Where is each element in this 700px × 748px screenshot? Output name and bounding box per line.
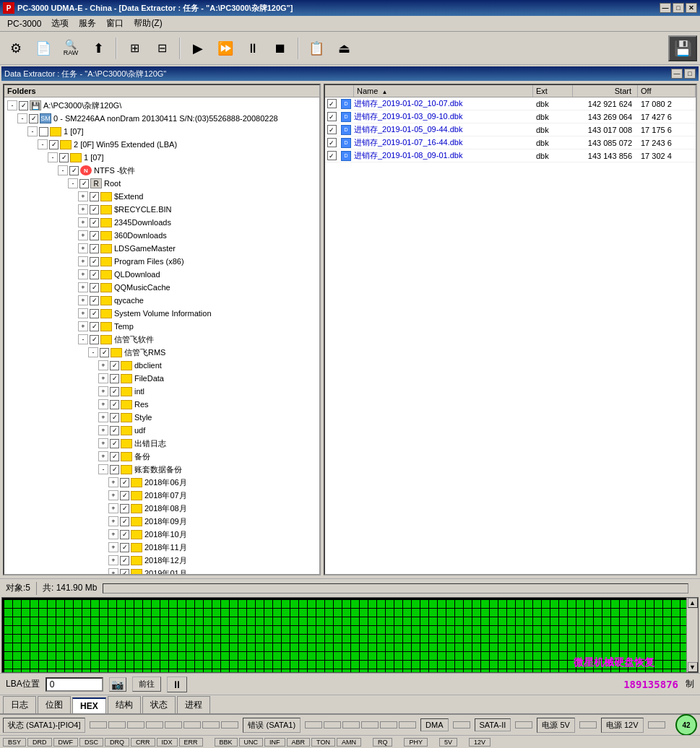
tab-位图[interactable]: 位图 (38, 696, 71, 713)
tab-结构[interactable]: 结构 (108, 696, 141, 713)
tree-checkbox[interactable] (120, 543, 129, 552)
tree-item[interactable]: +dbclient (6, 359, 318, 372)
tree-checkbox[interactable] (79, 179, 89, 188)
tree-checkbox[interactable] (110, 400, 119, 409)
expand-btn[interactable]: + (78, 243, 88, 253)
tree-checkbox[interactable] (90, 244, 99, 253)
toolbar-forward-btn[interactable]: ⏩ (212, 35, 238, 61)
tree-checkbox[interactable] (120, 569, 129, 575)
tree-checkbox[interactable] (90, 296, 99, 305)
tab-日志[interactable]: 日志 (3, 696, 36, 713)
file-row[interactable]: D进销存_2019-01-02_10-07.dbkdbk142 921 6241… (325, 97, 696, 110)
tree-checkbox[interactable] (90, 335, 99, 344)
tree-checkbox[interactable] (120, 517, 129, 526)
expand-btn[interactable]: + (108, 542, 118, 552)
scroll-up-btn[interactable]: ▲ (688, 598, 698, 608)
expand-btn[interactable]: - (7, 100, 17, 110)
tree-view[interactable]: -💾A:\PC3000\杂牌120G\-SM0 - SM2246AA nonDr… (4, 97, 319, 574)
expand-btn[interactable]: + (98, 386, 108, 396)
tree-checkbox[interactable] (29, 114, 38, 123)
tree-checkbox[interactable] (39, 127, 48, 136)
tree-item[interactable]: +备份 (6, 450, 318, 463)
expand-btn[interactable]: + (108, 490, 118, 500)
expand-btn[interactable]: + (98, 412, 108, 422)
expand-btn[interactable]: + (78, 269, 88, 279)
expand-btn[interactable]: - (48, 152, 58, 162)
expand-btn[interactable]: + (78, 295, 88, 305)
toolbar-play-btn[interactable]: ▶ (185, 35, 211, 61)
tree-checkbox[interactable] (90, 309, 99, 318)
expand-btn[interactable]: + (78, 204, 88, 214)
tree-checkbox[interactable] (49, 140, 59, 149)
tree-item[interactable]: +LDSGameMaster (6, 242, 318, 255)
tree-item[interactable]: +$RECYCLE.BIN (6, 203, 318, 216)
tree-checkbox[interactable] (110, 387, 119, 396)
tree-checkbox[interactable] (90, 257, 99, 266)
tree-item[interactable]: -信管飞软件 (6, 333, 318, 346)
file-row[interactable]: D进销存_2019-01-05_09-44.dbkdbk143 017 0081… (325, 123, 696, 136)
tree-item[interactable]: +2018年07月 (6, 489, 318, 502)
tree-item[interactable]: +System Volume Information (6, 307, 318, 320)
lba-input[interactable] (46, 677, 103, 692)
tree-item[interactable]: -SM0 - SM2246AA nonDram 20130411 S/N:(03… (6, 112, 318, 125)
tree-item[interactable]: +intl (6, 385, 318, 398)
file-checkbox[interactable] (325, 112, 340, 121)
tree-item[interactable]: -1 [07] (6, 151, 318, 164)
menu-pc3000[interactable]: PC-3000 (3, 17, 46, 30)
expand-btn[interactable]: - (17, 113, 27, 123)
toolbar-pause-btn[interactable]: ⏸ (240, 35, 266, 61)
tab-状态[interactable]: 状态 (142, 696, 176, 713)
tree-checkbox[interactable] (90, 283, 99, 292)
tree-checkbox[interactable] (69, 166, 79, 175)
tree-checkbox[interactable] (90, 270, 99, 279)
expand-btn[interactable]: - (27, 126, 38, 136)
toolbar-export-btn[interactable]: ⬆ (85, 35, 111, 61)
tree-item[interactable]: +2018年11月 (6, 541, 318, 554)
tree-item[interactable]: +出错日志 (6, 437, 318, 450)
expand-btn[interactable]: + (108, 516, 118, 526)
file-list[interactable]: D进销存_2019-01-02_10-07.dbkdbk142 921 6241… (325, 97, 696, 574)
file-checkbox[interactable] (325, 99, 340, 108)
tree-item[interactable]: -账套数据备份 (6, 463, 318, 476)
tree-checkbox[interactable] (110, 452, 119, 461)
toolbar-eject-btn[interactable]: ⏏ (331, 35, 357, 61)
file-checkbox[interactable] (325, 138, 340, 147)
expand-btn[interactable]: - (88, 347, 98, 357)
expand-btn[interactable]: + (98, 373, 108, 383)
menu-window[interactable]: 窗口 (102, 16, 128, 31)
tree-checkbox[interactable] (90, 231, 99, 240)
tab-HEX[interactable]: HEX (72, 697, 106, 713)
lba-pause-btn[interactable]: ⏸ (167, 677, 187, 692)
file-row[interactable]: D进销存_2019-01-03_09-10.dbkdbk143 269 0641… (325, 110, 696, 123)
file-checkbox[interactable] (325, 151, 340, 160)
tree-checkbox[interactable] (110, 374, 119, 383)
expand-btn[interactable]: + (108, 503, 118, 513)
name-col-header[interactable]: Name ▲ (354, 85, 533, 97)
expand-btn[interactable]: + (108, 568, 118, 574)
expand-btn[interactable]: - (98, 464, 108, 474)
start-col-header[interactable]: Start (573, 85, 638, 97)
tree-item[interactable]: -💾A:\PC3000\杂牌120G\ (6, 99, 318, 112)
expand-btn[interactable]: + (98, 360, 108, 370)
toolbar-stop-btn[interactable]: ⏹ (267, 35, 293, 61)
file-row[interactable]: D进销存_2019-01-07_16-44.dbkdbk143 085 0721… (325, 136, 696, 149)
menu-options[interactable]: 选项 (47, 16, 73, 31)
hex-view[interactable]: 微星机械硬盘恢复 ▲ ▼ (1, 597, 699, 673)
tree-checkbox[interactable] (120, 504, 129, 513)
toolbar-btn5[interactable]: ⊞ (121, 35, 147, 61)
expand-btn[interactable]: + (78, 256, 88, 266)
minimize-button[interactable]: — (660, 3, 671, 13)
tree-item[interactable]: -1 [07] (6, 125, 318, 138)
tree-item[interactable]: +Temp (6, 320, 318, 333)
hex-scrollbar[interactable]: ▲ ▼ (686, 598, 698, 672)
tree-checkbox[interactable] (59, 153, 69, 162)
lba-img-btn[interactable]: 📷 (109, 677, 126, 692)
expand-btn[interactable]: - (68, 178, 78, 188)
toolbar-btn6[interactable]: ⊟ (149, 35, 175, 61)
tree-item[interactable]: +2345Downloads (6, 216, 318, 229)
tree-checkbox[interactable] (90, 218, 99, 227)
restore-button[interactable]: □ (673, 3, 684, 13)
tree-checkbox[interactable] (110, 361, 119, 370)
expand-btn[interactable]: + (78, 217, 88, 227)
toolbar-copy-btn[interactable]: 📋 (303, 35, 329, 61)
